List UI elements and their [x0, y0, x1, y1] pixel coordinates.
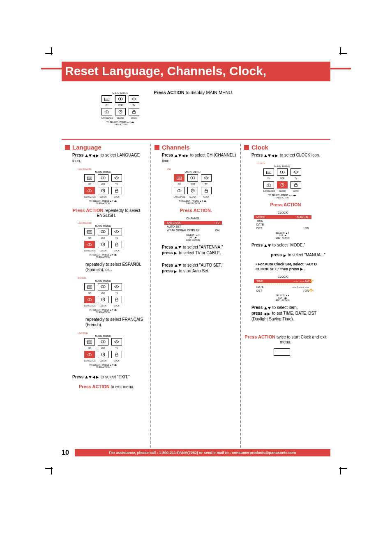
- svg-marker-109: [264, 306, 267, 309]
- clock-submenu: CLOCKMODE: MANUALTIMEDATEDST: ONSELECT :…: [254, 211, 311, 239]
- svg-text:123: 123: [88, 231, 91, 233]
- svg-point-41: [116, 286, 117, 287]
- menu-diagram-lang-2: LANGUAGEMAIN MENU123CHVCRTVLANGUAGECLOCK…: [76, 222, 130, 258]
- page-footer: 10 For assistance, please call : 1-800-2…: [62, 449, 330, 456]
- clock-step-a: Press to select "MODE,": [251, 242, 327, 248]
- page-number: 10: [62, 449, 69, 456]
- language-instruction-3: repeatedly to select FRANÇAIS (French).: [85, 317, 148, 328]
- svg-line-104: [311, 280, 314, 282]
- page-title: Reset Language, Channels, Clock,: [62, 62, 330, 81]
- channels-column: Channels Press to select CH (CHANNEL) ic…: [151, 144, 241, 431]
- divider: [62, 139, 330, 140]
- svg-marker-82: [178, 264, 181, 267]
- clock-column: Clock Press to select CLOCK icon. CLOCKM…: [241, 144, 330, 431]
- svg-marker-60: [89, 376, 92, 378]
- svg-marker-99: [264, 244, 267, 247]
- svg-text:123: 123: [178, 177, 181, 179]
- svg-marker-111: [264, 313, 266, 315]
- footer-assistance-bar: For assistance, please call : 1-800-211-…: [75, 449, 330, 456]
- language-column: Language Press to select LANGUAGE icon. …: [62, 144, 151, 431]
- language-instruction-2: repeatedly to select ESPAÑOL (Spanish), …: [85, 262, 148, 273]
- svg-point-4: [134, 99, 134, 99]
- svg-marker-83: [174, 270, 177, 273]
- svg-marker-84: [264, 154, 267, 157]
- svg-rect-25: [115, 190, 118, 192]
- menu-diagram-lang-3: IDIOMAMAIN MENU123CHVCRTVLANGUAGECLOCKLO…: [76, 277, 130, 313]
- clock-instruction: Press to select CLOCK icon.: [251, 152, 327, 158]
- svg-point-19: [116, 177, 117, 178]
- crop-mark: [45, 461, 58, 473]
- svg-marker-80: [174, 252, 177, 255]
- svg-marker-12: [89, 154, 92, 157]
- clock-set-diagram: CLOCKTIME– – : – – AMDATE– – / – – / – –…: [254, 275, 311, 302]
- press-action-label: Press ACTION repeatedly to select ENGLIS…: [65, 208, 148, 218]
- menu-diagram-clock: CLOCKMAIN MENU123CHVCRTVLANGUAGECLOCKLOC…: [256, 162, 309, 199]
- svg-point-30: [116, 231, 117, 232]
- svg-marker-63: [175, 154, 178, 157]
- svg-marker-100: [268, 244, 271, 247]
- crop-mark: [334, 461, 347, 473]
- menu-diagram-lang-4: LANGUEMAIN MENU123CHVCRTVLANGUAGECLOCKLO…: [76, 332, 130, 368]
- intro-text: Press ACTION to display MAIN MENU.: [154, 89, 233, 96]
- channel-submenu: CHANNELANTENNA: TVAUTO SETWEAK SIGNAL DI…: [164, 217, 222, 241]
- clock-autoset-note: • For Auto Clock Set, select "AUTO CLOCK…: [256, 262, 327, 272]
- svg-marker-14: [96, 154, 99, 157]
- channels-step-b: Press to select "AUTO SET," press to sta…: [162, 263, 238, 274]
- svg-point-71: [206, 177, 207, 178]
- press-action-exit: Press ACTION to exit menu.: [79, 384, 148, 389]
- svg-rect-36: [115, 244, 118, 246]
- channels-heading: Channels: [154, 144, 238, 151]
- svg-marker-85: [268, 154, 271, 157]
- svg-marker-11: [85, 154, 88, 157]
- svg-text:123: 123: [267, 172, 270, 174]
- main-menu-diagram: MAIN MENU123CHVCRTVLANGUAGECLOCKLOCKTO S…: [94, 92, 147, 126]
- svg-line-106: [309, 289, 311, 291]
- svg-marker-13: [92, 154, 95, 157]
- svg-marker-61: [92, 376, 95, 379]
- language-heading: Language: [65, 144, 148, 151]
- menu-diagram-lang-1: LANGUAGEMAIN MENU123CHVCRTVLANGUAGECLOCK…: [76, 168, 130, 205]
- svg-marker-65: [182, 154, 184, 157]
- svg-marker-87: [275, 154, 278, 157]
- svg-marker-79: [178, 246, 181, 249]
- clock-heading: Clock: [244, 144, 327, 151]
- svg-marker-66: [186, 154, 188, 157]
- svg-marker-78: [175, 246, 178, 249]
- svg-text:123: 123: [106, 98, 108, 100]
- crop-mark: [334, 47, 347, 60]
- svg-line-107: [311, 289, 314, 291]
- svg-rect-58: [115, 354, 118, 356]
- press-action-clock-exit: Press ACTION twice to start Clock and ex…: [244, 334, 327, 344]
- channels-step-a: Press to select "ANTENNA," press to sele…: [162, 244, 238, 256]
- svg-marker-112: [267, 313, 270, 315]
- svg-marker-86: [272, 154, 274, 157]
- svg-marker-81: [175, 264, 178, 267]
- svg-line-103: [309, 280, 311, 282]
- svg-marker-64: [178, 154, 181, 157]
- svg-marker-110: [268, 306, 271, 309]
- svg-rect-98: [295, 184, 297, 187]
- svg-marker-62: [96, 376, 99, 379]
- svg-text:123: 123: [88, 286, 91, 288]
- menu-diagram-channels: CHMAIN MENU123CHVCRTVLANGUAGECLOCKLOCKTO…: [166, 168, 219, 205]
- svg-point-52: [116, 341, 117, 342]
- svg-marker-102: [300, 268, 303, 271]
- svg-marker-101: [284, 254, 286, 257]
- crop-mark: [45, 47, 58, 60]
- svg-rect-47: [115, 299, 118, 301]
- end-box: [274, 348, 290, 356]
- press-action-channels: Press ACTION.: [154, 208, 238, 213]
- svg-rect-10: [133, 111, 135, 113]
- language-instruction: Press to select LANGUAGE icon.: [72, 152, 148, 164]
- clock-step-a2: press to select "MANUAL.": [244, 252, 325, 258]
- svg-text:123: 123: [88, 177, 91, 179]
- svg-text:123: 123: [88, 341, 91, 343]
- channels-instruction: Press to select CH (CHANNEL) icon.: [162, 152, 238, 164]
- svg-point-92: [295, 172, 296, 173]
- svg-marker-59: [85, 376, 88, 378]
- svg-rect-77: [205, 190, 208, 192]
- clock-step-b: Press to select item, press to set TIME,…: [251, 305, 327, 322]
- press-action-clock: Press ACTION: [244, 202, 327, 207]
- language-exit-instruction: Press to select "EXIT.": [72, 374, 148, 380]
